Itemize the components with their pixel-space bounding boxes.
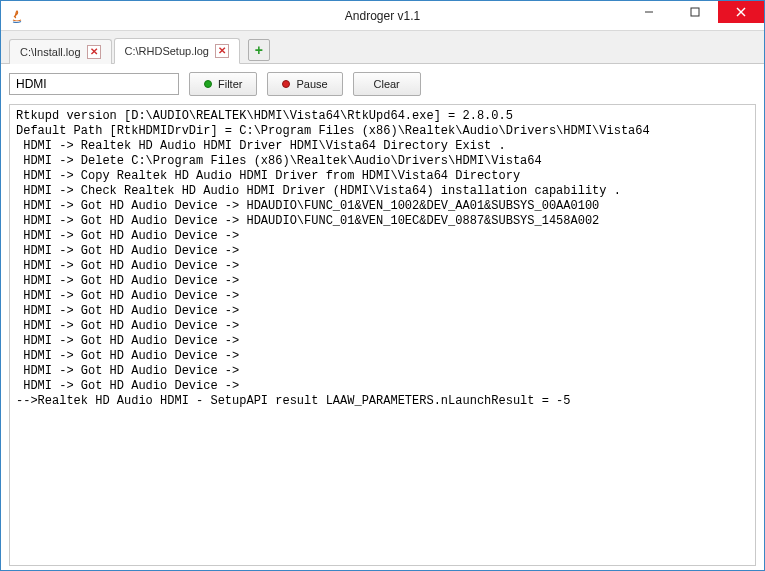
- java-icon: [9, 8, 25, 24]
- close-button[interactable]: [718, 1, 764, 23]
- red-dot-icon: [282, 80, 290, 88]
- tab-label: C:\RHDSetup.log: [125, 45, 209, 57]
- filter-button[interactable]: Filter: [189, 72, 257, 96]
- filter-label: Filter: [218, 78, 242, 90]
- plus-icon: +: [255, 43, 263, 57]
- clear-label: Clear: [374, 78, 400, 90]
- tab-rhdsetup-log[interactable]: C:\RHDSetup.log ✕: [114, 38, 240, 64]
- window-controls: [626, 1, 764, 23]
- log-pane[interactable]: Rtkupd version [D:\AUDIO\REALTEK\HDMI\Vi…: [9, 104, 756, 566]
- tab-label: C:\Install.log: [20, 46, 81, 58]
- tab-install-log[interactable]: C:\Install.log ✕: [9, 39, 112, 64]
- search-input[interactable]: [9, 73, 179, 95]
- add-tab-button[interactable]: +: [248, 39, 270, 61]
- maximize-button[interactable]: [672, 1, 718, 23]
- close-icon[interactable]: ✕: [87, 45, 101, 59]
- clear-button[interactable]: Clear: [353, 72, 421, 96]
- titlebar[interactable]: Androger v1.1: [1, 1, 764, 31]
- svg-rect-1: [691, 8, 699, 16]
- tabbar: C:\Install.log ✕ C:\RHDSetup.log ✕ +: [1, 31, 764, 64]
- pause-label: Pause: [296, 78, 327, 90]
- minimize-button[interactable]: [626, 1, 672, 23]
- green-dot-icon: [204, 80, 212, 88]
- log-text: Rtkupd version [D:\AUDIO\REALTEK\HDMI\Vi…: [10, 105, 755, 413]
- pause-button[interactable]: Pause: [267, 72, 342, 96]
- toolbar: Filter Pause Clear: [1, 64, 764, 104]
- close-icon[interactable]: ✕: [215, 44, 229, 58]
